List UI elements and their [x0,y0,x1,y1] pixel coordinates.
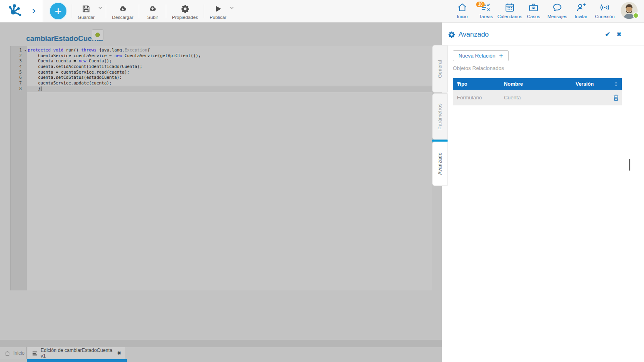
briefcase-icon [528,2,539,13]
gear-icon [181,4,190,13]
toolbar-separator [72,4,72,18]
line-number: 6 [10,75,27,80]
trash-icon[interactable] [610,94,622,101]
toolbar-separator [166,4,166,18]
column-header-tipo[interactable]: Tipo [453,81,500,87]
code-line[interactable]: cuenta.setCdStatus(estadoCuenta); [27,75,432,80]
nav-item-label: Calendarios [497,14,522,19]
code-line[interactable]: protected void run() throws java.lang.Ex… [27,47,432,53]
editor-gutter: 1▾2345678 [10,46,27,290]
signal-icon [600,2,610,13]
toolbar-button-label: Guardar [78,15,95,20]
close-icon[interactable]: ✖ [617,31,621,37]
table-row[interactable]: FormularioCuenta [453,90,622,105]
add-button[interactable]: + [50,3,66,19]
chevron-down-icon[interactable] [97,5,103,12]
code-token: Cuenta(); [86,58,111,63]
code-token: CuentaService cuentaService = [28,53,114,58]
code-line[interactable]: Cuenta cuenta = new Cuenta(); [27,58,432,64]
code-line[interactable]: } [27,86,432,92]
panel-title: Avanzado [458,31,489,39]
active-tab-underline [27,359,127,362]
status-chip[interactable] [92,29,103,40]
top-navigation: Inicio10TareasCalendariosCasosMensajesIn… [450,0,617,22]
code-line[interactable]: cuenta.setIdAccount(identificadorCuenta)… [27,64,432,70]
nav-item-casos[interactable]: Casos [522,2,545,19]
new-relation-label: Nueva Relación [458,53,495,59]
side-tab-avanzado[interactable]: Avanzado [432,142,448,186]
nav-item-conexion[interactable]: Conexión [593,2,617,19]
tab-close-icon[interactable]: ✖ [117,350,121,356]
line-number: 7 [10,80,27,86]
toolbar-button-label: Propiedades [172,15,198,20]
fold-caret-icon[interactable]: ▾ [25,48,26,53]
text-cursor [41,86,41,91]
code-token: new [78,58,86,63]
toolbar-separator [204,4,204,18]
line-number: 4 [10,64,27,70]
plus-icon: + [499,52,503,59]
nav-item-mensajes[interactable]: Mensajes [545,2,569,19]
chat-icon [552,2,562,13]
calendar-icon [505,2,515,13]
invite-user-icon [576,2,586,13]
descargar-button[interactable]: Descargar [108,1,137,21]
nav-item-tareas[interactable]: 10Tareas [474,2,498,19]
chevron-down-icon[interactable] [229,5,235,12]
workspace: cambiarEstadoCuenta 1▾2345678 protected … [0,22,442,362]
new-relation-button[interactable]: Nueva Relación + [453,50,509,61]
user-avatar[interactable] [621,2,638,19]
nav-item-calendarios[interactable]: Calendarios [498,2,522,19]
download-cloud-icon [118,4,127,13]
play-icon [214,4,223,13]
side-tab-parametros[interactable]: Parámetros [432,93,448,140]
code-line[interactable]: cuentaService.update(cuenta); [27,80,432,86]
related-objects-table: TipoNombreVersiónFormularioCuenta [453,78,622,105]
column-header-nombre[interactable]: Nombre [500,81,572,87]
code-token: run() [64,47,81,52]
bottom-tab-label: Inicio [13,350,25,356]
code-editor[interactable]: 1▾2345678 protected void run() throws ja… [10,46,432,290]
guardar-button[interactable]: Guardar [74,1,98,21]
line-number: 3 [10,58,27,64]
bottom-tab-inicio[interactable]: Inicio [0,347,27,359]
code-token: cuenta.setCdStatus(estadoCuenta); [28,75,122,80]
publicar-button[interactable]: Publicar [206,1,230,21]
code-line[interactable]: cuenta = cuentaService.read(cuenta); [27,70,432,75]
column-header-version[interactable]: Versión [572,81,610,87]
nav-item-inicio[interactable]: Inicio [450,2,474,19]
side-tab-label: Parámetros [437,103,443,130]
toolbar-button-group: GuardarDescargarSubirPropiedadesPublicar [70,0,235,22]
line-number: 8 [10,86,27,92]
code-token: Exception [124,47,147,52]
app-window: + GuardarDescargarSubirPropiedadesPublic… [0,0,644,362]
side-tab-general[interactable]: General [432,45,448,93]
side-tab-label: Avanzado [437,152,443,175]
line-number: 5 [10,70,27,75]
bottom-tab-label: Edición de cambiarEstadoCuenta v1 [41,348,114,359]
nav-item-label: Mensajes [547,14,567,19]
subir-button[interactable]: Subir [141,1,164,21]
code-line[interactable]: CuentaService cuentaService = new Cuenta… [27,53,432,59]
cell-tipo: Formulario [453,95,500,101]
active-tab-accent [432,140,448,142]
nav-item-invitar[interactable]: Invitar [569,2,593,19]
table-header-row: TipoNombreVersión [453,78,622,90]
confirm-check-icon[interactable]: ✔ [605,31,610,38]
toolbar-separator [139,4,139,18]
code-token: CuentaService(getApiClient()); [122,53,201,58]
sort-icon[interactable] [610,81,622,87]
scrollbar-thumb[interactable] [629,159,630,171]
upload-cloud-icon [148,4,157,13]
online-status-dot [633,12,639,19]
propiedades-button[interactable]: Propiedades [168,1,202,21]
editor-code[interactable]: protected void run() throws java.lang.Ex… [27,47,432,92]
side-tab-label: General [437,60,443,78]
page-title: cambiarEstadoCuenta [26,35,103,43]
code-token: protected void [28,47,64,52]
column-header-label: Nombre [504,81,523,87]
chevron-right-icon[interactable] [31,8,37,14]
nav-item-label: Inicio [457,14,468,19]
bottom-tab-active[interactable]: Edición de cambiarEstadoCuenta v1✖ [27,347,126,359]
code-token: new [114,53,122,58]
